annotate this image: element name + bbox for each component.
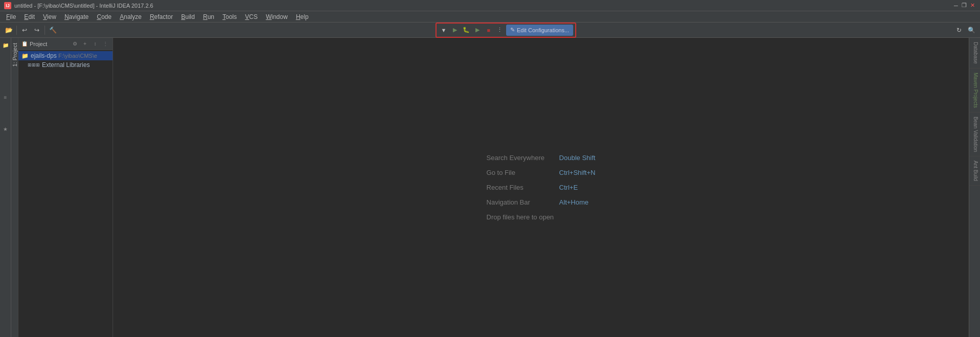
run-button[interactable]: ▶ (450, 25, 460, 35)
title-bar: IJ untitled - [F:\yibao\CMS\untitled] - … (0, 0, 980, 11)
menu-item-help[interactable]: Help (292, 12, 313, 21)
panel-gear-btn[interactable]: ⋮ (101, 40, 110, 48)
recent-files-shortcut: Ctrl+E (559, 184, 578, 191)
menu-item-edit[interactable]: Edit (20, 12, 39, 21)
right-sidebar: Database Maven Projects Bean Validation … (969, 38, 980, 337)
toolbar-sep-1 (16, 26, 17, 35)
project-panel: 📋 Project ⚙ + ↕ ⋮ 📁 ejails-dps F:\yibao\… (18, 38, 113, 337)
toolbar-open-btn[interactable]: 📂 (3, 25, 14, 36)
menu-item-vcs[interactable]: VCS (241, 12, 262, 21)
project-panel-icon: 📋 (21, 41, 28, 47)
minimize-button[interactable]: ─ (952, 2, 960, 9)
edit-config-icon: ✎ (510, 27, 515, 33)
project-root-item[interactable]: 📁 ejails-dps F:\yibao\CMS\e (18, 51, 113, 60)
edit-configurations-button[interactable]: ✎ Edit Configurations... (506, 25, 573, 36)
sidebar-tab-maven[interactable]: Maven Projects (969, 69, 980, 113)
toolbar-update-btn[interactable]: ↻ (953, 25, 965, 36)
edit-configurations-label: Edit Configurations... (517, 27, 569, 33)
drop-files-hint: Drop files here to open (487, 213, 596, 221)
sidebar-tab-ant-build[interactable]: Ant Build (969, 156, 980, 186)
drop-files-label: Drop files here to open (487, 213, 554, 221)
menu-bar: FileEditViewNavigateCodeAnalyzeRefactorB… (0, 11, 980, 23)
toolbar-undo-btn[interactable]: ↩ (19, 25, 30, 36)
more-run-btn[interactable]: ⋮ (495, 25, 505, 35)
sidebar-tab-bean-validation[interactable]: Bean Validation (969, 113, 980, 156)
menu-item-run[interactable]: Run (199, 12, 219, 21)
config-selector-icon[interactable]: ▼ (439, 25, 449, 35)
menu-item-build[interactable]: Build (177, 12, 199, 21)
menu-item-analyze[interactable]: Analyze (116, 12, 146, 21)
structure-tab-icon[interactable]: ≡ (1, 92, 11, 102)
library-icon: ⊞⊞⊞ (28, 62, 40, 68)
goto-file-label: Go to File (487, 169, 553, 176)
window-title: untitled - [F:\yibao\CMS\untitled] - Int… (14, 3, 153, 9)
project-panel-header: 📋 Project ⚙ + ↕ ⋮ (18, 38, 113, 50)
search-everywhere-label: Search Everywhere (487, 154, 553, 162)
stop-button[interactable]: ■ (484, 25, 494, 35)
menu-item-code[interactable]: Code (93, 12, 116, 21)
panel-collapse-btn[interactable]: + (81, 40, 89, 48)
close-button[interactable]: ✕ (969, 2, 976, 9)
run-with-coverage-btn[interactable]: ▶ (472, 25, 483, 35)
toolbar-redo-btn[interactable]: ↪ (31, 25, 42, 36)
title-controls: ─ ❐ ✕ (952, 2, 976, 9)
favorites-tab-icon[interactable]: ★ (1, 124, 11, 134)
run-config-area: ▼ ▶ 🐛 ▶ ■ ⋮ ✎ Edit Configurations... (435, 23, 576, 38)
search-everywhere-hint: Search Everywhere Double Shift (487, 154, 596, 162)
project-tree: 📁 ejails-dps F:\yibao\CMS\e ⊞⊞⊞ External… (18, 50, 113, 337)
editor-area: Search Everywhere Double Shift Go to Fil… (113, 38, 969, 337)
toolbar-search-btn[interactable]: 🔍 (966, 25, 977, 36)
menu-item-refactor[interactable]: Refactor (146, 12, 177, 21)
left-sidebar-tabs: 📁 ≡ ★ (0, 38, 11, 337)
sidebar-tab-database[interactable]: Database (969, 38, 980, 69)
panel-scroll-btn[interactable]: ↕ (91, 40, 99, 48)
project-panel-tab-label[interactable]: 1: Project (11, 40, 19, 70)
menu-item-view[interactable]: View (39, 12, 60, 21)
welcome-hints: Search Everywhere Double Shift Go to Fil… (487, 154, 596, 221)
project-tab-icon[interactable]: 📁 (1, 40, 11, 50)
navigation-bar-label: Navigation Bar (487, 198, 553, 206)
toolbar-sep-2 (45, 26, 45, 35)
external-libraries-item[interactable]: ⊞⊞⊞ External Libraries (18, 60, 113, 70)
main-content: 📁 ≡ ★ 1: Project 📋 Project ⚙ + ↕ ⋮ 📁 eja… (0, 38, 980, 337)
main-toolbar: 📂 ↩ ↪ 🔨 ▼ ▶ 🐛 ▶ ■ ⋮ ✎ Edit Configuration… (0, 23, 980, 38)
debug-button[interactable]: 🐛 (461, 25, 471, 35)
project-vertical-tab[interactable]: 1: Project (11, 38, 18, 337)
goto-file-hint: Go to File Ctrl+Shift+N (487, 169, 596, 176)
menu-item-tools[interactable]: Tools (219, 12, 241, 21)
goto-file-shortcut: Ctrl+Shift+N (559, 169, 596, 176)
folder-open-icon: 📁 (21, 53, 29, 59)
menu-item-navigate[interactable]: Navigate (60, 12, 93, 21)
project-panel-title: Project (30, 41, 47, 47)
navigation-bar-shortcut: Alt+Home (559, 198, 589, 206)
project-root-label: ejails-dps F:\yibao\CMS\e (31, 52, 97, 59)
menu-item-window[interactable]: Window (262, 12, 292, 21)
toolbar-build-btn[interactable]: 🔨 (47, 25, 58, 36)
menu-item-file[interactable]: File (2, 12, 20, 21)
restore-button[interactable]: ❐ (961, 2, 968, 9)
external-libraries-label: External Libraries (42, 61, 90, 69)
recent-files-hint: Recent Files Ctrl+E (487, 184, 596, 191)
recent-files-label: Recent Files (487, 184, 553, 191)
navigation-bar-hint: Navigation Bar Alt+Home (487, 198, 596, 206)
app-icon: IJ (4, 2, 11, 9)
panel-settings-btn[interactable]: ⚙ (71, 40, 79, 48)
search-everywhere-shortcut: Double Shift (559, 154, 596, 162)
